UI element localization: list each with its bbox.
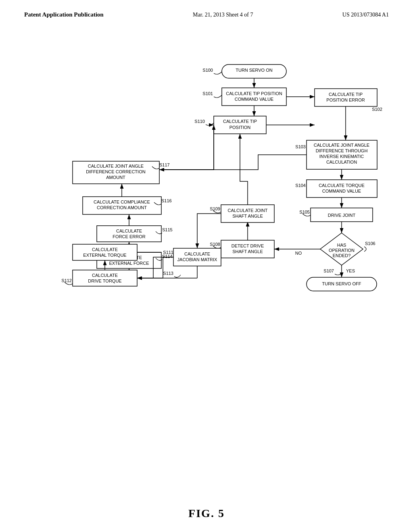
s115-step: S115	[162, 227, 173, 232]
arrow-s103-s117	[159, 155, 307, 170]
figure-label: FIG. 5	[188, 507, 225, 520]
s102-label2: POSITION ERROR	[326, 98, 365, 102]
s112-label2: DRIVE TORQUE	[88, 278, 121, 283]
s110-curve	[206, 123, 214, 125]
s112-label1: CALCULATE	[92, 273, 118, 278]
date-sheet-label: Mar. 21, 2013 Sheet 4 of 7	[193, 12, 253, 18]
s107-label: TURN SERVO OFF	[322, 281, 361, 286]
s102-label1: CALCULATE TIP	[329, 92, 363, 97]
s110-label2: POSITION	[229, 125, 251, 130]
s117-label1: CALCULATE JOINT ANGLE	[88, 164, 144, 168]
s111-label1: CALCULATE	[184, 251, 210, 256]
patent-number-label: US 2013/073084 A1	[342, 12, 389, 18]
s106-step: S106	[365, 241, 375, 246]
flowchart-svg: TURN SERVO ON S100 CALCULATE TIP POSITIO…	[24, 52, 387, 447]
s109-step: S109	[210, 206, 220, 211]
s110-label1: CALCULATE TIP	[223, 119, 257, 124]
header: Patent Application Publication Mar. 21, …	[0, 0, 413, 18]
s101-label1: CALCULATE TIP POSITION	[226, 91, 282, 96]
s105-label: DRIVE JOINT	[328, 213, 356, 218]
s108-label1: DETECT DRIVE	[232, 243, 264, 248]
yes-label: YES	[346, 268, 355, 273]
s106-label2: OPERATION	[329, 248, 355, 253]
s102-step: S102	[372, 107, 382, 112]
s109-label1: CALCULATE JOINT	[228, 208, 268, 213]
s115-box	[97, 226, 161, 242]
s117-step: S117	[159, 162, 170, 167]
s111-label2: JACOBIAN MATRIX	[177, 257, 217, 262]
s106-label1: HAS	[337, 243, 346, 247]
s112-box	[73, 270, 137, 286]
s104-label2: COMMAND VALUE	[322, 189, 361, 193]
s105-step: S105	[299, 210, 310, 214]
s103-label4: CALCULATION	[326, 160, 357, 164]
s100-label: TURN SERVO ON	[236, 68, 273, 73]
s103-label2: DIFFERENCE THROUGH	[316, 148, 368, 153]
no-label: NO	[295, 251, 302, 256]
s110-step: S110	[194, 119, 205, 124]
s117-label2: DIFFERENCE CORRECTION	[86, 169, 145, 174]
s104-label1: CALCULATE TORQUE	[319, 183, 365, 188]
s104-step: S104	[295, 183, 306, 188]
s116-label1: CALCULATE COMPLIANCE	[94, 200, 150, 204]
s101-label2: COMMAND VALUE	[235, 97, 273, 102]
flowchart-container: TURN SERVO ON S100 CALCULATE TIP POSITIO…	[24, 52, 387, 447]
s109-label2: SHAFT ANGLE	[232, 214, 263, 218]
s106-label3: ENDED?	[333, 253, 351, 258]
ext-torque-label1: CALCULATE	[92, 247, 118, 252]
s103-label1: CALCULATE JOINT ANGLE	[314, 143, 369, 148]
s101-step: S101	[202, 91, 213, 96]
s112-step: S112	[61, 278, 72, 283]
s113-step: S113	[163, 271, 173, 276]
s115-label1: CALCULATE	[116, 229, 142, 233]
publication-label: Patent Application Publication	[24, 11, 104, 18]
arrow-s109-s110	[240, 134, 248, 205]
s106-curve	[364, 247, 366, 251]
s114-label2: EXTERNAL FORCE	[109, 261, 149, 266]
s108-label2: SHAFT ANGLE	[232, 249, 263, 254]
s108-step: S108	[210, 242, 220, 247]
s100-curve	[214, 72, 222, 74]
s113-curve	[174, 275, 181, 277]
s101-curve	[214, 95, 222, 98]
s103-label3: INVERSE KINEMATIC	[319, 154, 364, 159]
s116-step: S116	[161, 198, 172, 203]
s114-step: S114	[162, 254, 173, 259]
s117-label3: AMOUNT	[106, 175, 125, 180]
page: Patent Application Publication Mar. 21, …	[0, 0, 413, 532]
s100-step: S100	[202, 68, 213, 73]
ext-torque-label2: EXTERNAL TORQUE	[83, 253, 126, 258]
s107-step: S107	[323, 268, 334, 273]
s116-label2: CORRECTION AMOUNT	[97, 205, 147, 210]
s115-label2: FORCE ERROR	[113, 234, 145, 239]
s103-step: S103	[295, 144, 306, 149]
ext-torque-box	[73, 244, 137, 260]
